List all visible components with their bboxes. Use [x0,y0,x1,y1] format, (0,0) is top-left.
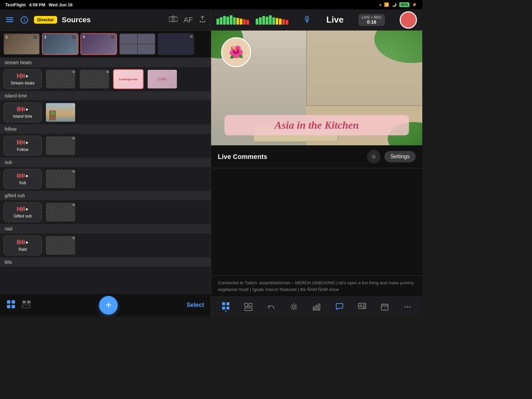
audio-wave [17,139,25,145]
menu-button[interactable] [5,16,15,24]
scene-thumb-1[interactable]: 1 🎥 [3,33,40,55]
date: Wed Jun 16 [49,2,72,7]
moon-icon: 🌙 [392,2,397,7]
nav-settings-button[interactable] [290,303,298,311]
audio-wave [17,239,25,245]
source-row-gifted-sub: ▶ Gifted sub ⧉ [0,200,211,224]
layers-icon: ⧉ [174,70,177,74]
svg-rect-19 [249,303,252,307]
wifi-icon: 📶 [384,2,389,7]
af-button[interactable]: AF [184,16,193,24]
scene-thumb-2[interactable]: 2 🎥 [42,33,78,55]
section-header-stream-beats: stream beats [0,58,211,67]
scene-thumb-4[interactable] [119,33,156,55]
source-thumb-checker-1[interactable]: ⧉ [45,69,76,89]
audio-btn-sub[interactable]: ▶ Sub [3,169,42,189]
svg-point-37 [409,306,411,308]
sources-list: stream beats ▶ Stream beats [0,58,211,293]
charging-icon: ⚡ [412,2,417,7]
svg-rect-9 [7,305,10,308]
source-label: Gifted sub [14,214,32,218]
comments-title: Live Comments [218,153,267,161]
layers-icon: ⧉ [190,35,193,39]
svg-rect-8 [12,300,15,304]
svg-rect-11 [22,301,26,304]
director-badge: Director [34,16,57,24]
svg-text:0: 0 [384,307,386,310]
nav-grid-button[interactable] [222,302,230,312]
grid-view-button[interactable] [7,300,15,311]
settings-button[interactable]: Settings [384,151,416,162]
left-panel: i Director Sources AF 1 🎥 [0,9,211,317]
layers-icon: ⧉ [72,170,75,174]
source-thumb-island[interactable]: ⧉ [45,102,76,122]
source-row-raid: ▶ Raid ⧉ [0,233,211,257]
share-button[interactable] [199,15,206,25]
source-row-island-time: ▶ Island time ⧉ [0,100,211,124]
record-button[interactable] [400,11,417,29]
section-header-raid: raid [0,224,211,233]
source-thumb-pink-dark[interactable]: ☆ sub ⧉ [147,69,178,89]
source-row-sub: ▶ Sub ⧉ [0,167,211,191]
svg-rect-18 [245,303,248,307]
source-row-follow: ▶ Follow ⧉ [0,134,211,158]
audio-btn-island-time[interactable]: ▶ Island time [3,102,42,122]
layers-icon: ⧉ [72,103,75,107]
banner-text: Asia in the Kitchen [275,119,359,131]
camera-button[interactable] [169,16,178,24]
audio-btn-raid[interactable]: ▶ Raid [3,235,42,255]
time: 4:59 PM [29,2,45,7]
comments-section: Live Comments ☆ Settings Connected to Tw… [211,145,422,297]
svg-rect-24 [319,304,320,310]
svg-point-21 [293,306,295,308]
source-thumb-checker-2[interactable]: ⧉ [79,69,110,89]
audio-btn-stream-beats[interactable]: ▶ Stream beats [3,69,42,89]
comments-header-right: ☆ Settings [367,150,416,163]
svg-rect-14 [222,302,225,305]
layers-icon: ⧉ [72,70,75,74]
audio-btn-follow[interactable]: ▶ Follow [3,136,42,156]
cam-icon: 🎥 [71,35,76,39]
comments-header: Live Comments ☆ Settings [211,145,422,168]
sources-title: Sources [62,16,164,24]
source-thumb-gifted-sub[interactable]: ⧉ [45,202,76,222]
source-thumb-pink-active[interactable]: CookingCooks ⧉ [113,69,144,89]
source-thumb-raid[interactable]: ⧉ [45,235,76,255]
star-button[interactable]: ☆ [367,150,380,163]
nav-layout-button[interactable] [244,303,252,311]
scene-thumb-5[interactable]: ⧉ [158,33,194,55]
list-view-button[interactable] [22,300,31,311]
info-button[interactable]: i [19,15,29,25]
preview-area: 🌺 Asia in the Kitchen [211,31,422,145]
source-label: Follow [17,147,29,152]
bottom-nav: 0 [211,297,422,317]
live-label: Live [326,15,343,25]
nav-analytics-button[interactable] [313,303,321,311]
add-button[interactable]: + [99,296,118,315]
nav-profile-button[interactable] [358,303,366,311]
nav-calendar-button[interactable]: 0 [381,303,389,311]
svg-rect-7 [7,300,10,304]
nav-chat-button[interactable] [335,303,343,311]
source-thumb-follow[interactable]: ⧉ [45,136,76,156]
svg-rect-10 [12,305,15,308]
live-topbar: 🎙 Live LIVE + REC 0:16 [211,9,422,31]
audio-wave [17,73,25,79]
source-label: Island time [13,114,32,119]
kitchen-scene: 🌺 Asia in the Kitchen [211,31,422,145]
app-name: TestFlight [5,2,26,7]
overlay-banner: Asia in the Kitchen [224,115,409,135]
nav-undo-button[interactable] [267,303,275,311]
scene-thumb-3[interactable]: 3 🎥 [80,33,117,55]
source-thumb-sub[interactable]: ⧉ [45,169,76,189]
svg-rect-2 [6,21,13,22]
svg-rect-1 [6,19,13,20]
signal-dot: ● [379,3,381,7]
live-rec-text: LIVE + REC [362,15,382,19]
toolbar-icons: AF [169,15,206,25]
select-button[interactable]: Select [187,302,204,309]
nav-more-button[interactable] [404,303,412,311]
audio-meter [216,15,288,25]
audio-btn-gifted-sub[interactable]: ▶ Gifted sub [3,202,42,222]
stream-info-text: Connected to Twitch: asiainthekitchen – … [218,280,414,292]
